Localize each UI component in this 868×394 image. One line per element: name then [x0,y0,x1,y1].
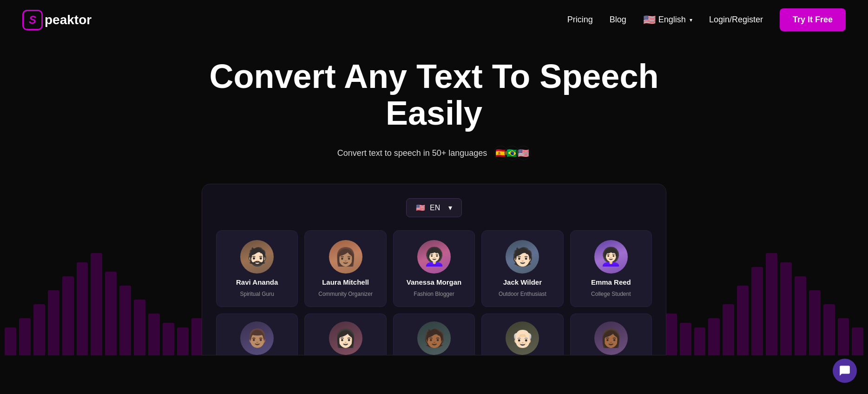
app-panel: 🇺🇸 EN ▾ 🧔🏻Ravi AnandaSpiritual Guru👩🏽Lau… [202,184,666,355]
voice-card-partial-1[interactable]: 👩🏻 [304,314,386,355]
nav-links: Pricing Blog 🇺🇸 English ▾ Login/Register… [567,8,846,31]
voice-cards-row: 🧔🏻Ravi AnandaSpiritual Guru👩🏽Laura Mitch… [216,230,652,307]
voice-card-jack[interactable]: 🧑🏻Jack WilderOutdoor Enthusiast [481,230,563,307]
logo[interactable]: S peaktor [22,10,92,30]
wave-bar [5,327,16,355]
avatar-laura: 👩🏽 [329,240,362,274]
wave-bar [823,304,835,355]
dropdown-chevron-icon: ▾ [448,203,452,212]
voice-role-vanessa: Fashion Blogger [414,291,454,297]
wave-bar [163,323,174,355]
voice-name-laura: Laura Mitchell [322,278,369,286]
voice-card-laura[interactable]: 👩🏽Laura MitchellCommunity Organizer [304,230,386,307]
avatar-partial-0: 👨🏽 [240,321,274,355]
voice-card-emma[interactable]: 👩🏻‍🦱Emma ReedCollege Student [570,230,652,307]
voice-card-partial-0[interactable]: 👨🏽 [216,314,298,355]
avatar-partial-1: 👩🏻 [329,321,362,355]
avatar-partial-4: 👩🏾 [594,321,628,355]
wave-bar [119,286,131,355]
wave-bar [795,276,806,355]
wave-bar [105,272,117,355]
login-register-link[interactable]: Login/Register [709,15,763,25]
voice-card-partial-2[interactable]: 🧑🏾 [393,314,475,355]
chat-widget[interactable] [833,359,857,383]
try-it-free-button[interactable]: Try It Free [780,8,846,31]
wave-bar [191,318,203,355]
lang-label: English [658,15,686,25]
wave-bar [708,318,720,355]
wave-bar [723,304,734,355]
navbar: S peaktor Pricing Blog 🇺🇸 English ▾ Logi… [0,0,868,40]
hero-subtitle: Convert text to speech in 50+ languages … [9,146,859,160]
hero-section: Convert Any Text To Speech Easily Conver… [0,40,868,355]
voice-card-partial-4[interactable]: 👩🏾 [570,314,652,355]
avatar-emma: 👩🏻‍🦱 [594,240,628,274]
voice-name-jack: Jack Wilder [503,278,542,286]
chevron-down-icon: ▾ [690,17,692,23]
voice-card-ravi[interactable]: 🧔🏻Ravi AnandaSpiritual Guru [216,230,298,307]
wave-bar [694,327,706,355]
nav-pricing[interactable]: Pricing [567,15,593,25]
wave-bar [680,323,691,355]
language-flags: 🇪🇸 🇧🇷 🇺🇸 [493,146,531,160]
hero-title: Convert Any Text To Speech Easily [178,58,690,132]
language-dropdown[interactable]: 🇺🇸 EN ▾ [406,198,462,217]
avatar-ravi: 🧔🏻 [240,240,274,274]
wave-bar [838,318,849,355]
wave-bar [48,290,59,355]
dropdown-code: EN [430,204,440,212]
wave-bar [751,267,763,355]
voice-role-laura: Community Organizer [318,291,373,297]
subtitle-text: Convert text to speech in 50+ languages [337,148,487,158]
dropdown-flag: 🇺🇸 [416,203,425,212]
wave-bar [77,262,88,355]
wave-bar [148,314,160,355]
avatar-jack: 🧑🏻 [506,240,539,274]
wave-bar [766,253,777,355]
wave-bar [737,286,749,355]
avatar-partial-3: 👴🏻 [506,321,539,355]
wave-bar [134,300,145,355]
wave-bar [62,276,74,355]
chat-icon [839,365,851,377]
wave-bar [91,253,102,355]
flag-us: 🇺🇸 [516,146,531,160]
voice-role-ravi: Spiritual Guru [240,291,274,297]
wave-bar [665,314,677,355]
logo-icon: S [22,10,43,30]
avatar-partial-2: 🧑🏾 [417,321,451,355]
language-dropdown-container: 🇺🇸 EN ▾ [216,198,652,217]
wave-bar [809,290,821,355]
voice-role-jack: Outdoor Enthusiast [499,291,546,297]
voice-card-vanessa[interactable]: 👩🏻‍🦱Vanessa MorganFashion Blogger [393,230,475,307]
lang-flag: 🇺🇸 [643,14,656,26]
voice-name-vanessa: Vanessa Morgan [407,278,461,286]
wave-bar [852,327,863,355]
voice-name-emma: Emma Reed [591,278,631,286]
wave-bar [177,327,189,355]
wave-bar [780,262,792,355]
wave-bar [33,304,45,355]
voice-card-partial-3[interactable]: 👴🏻 [481,314,563,355]
avatar-vanessa: 👩🏻‍🦱 [417,240,451,274]
logo-text: peaktor [45,13,92,27]
wave-bar [19,318,31,355]
voice-cards-row-2: 👨🏽👩🏻🧑🏾👴🏻👩🏾 [216,314,652,355]
voice-name-ravi: Ravi Ananda [236,278,278,286]
nav-blog[interactable]: Blog [610,15,626,25]
voice-role-emma: College Student [591,291,631,297]
language-selector[interactable]: 🇺🇸 English ▾ [643,14,692,26]
